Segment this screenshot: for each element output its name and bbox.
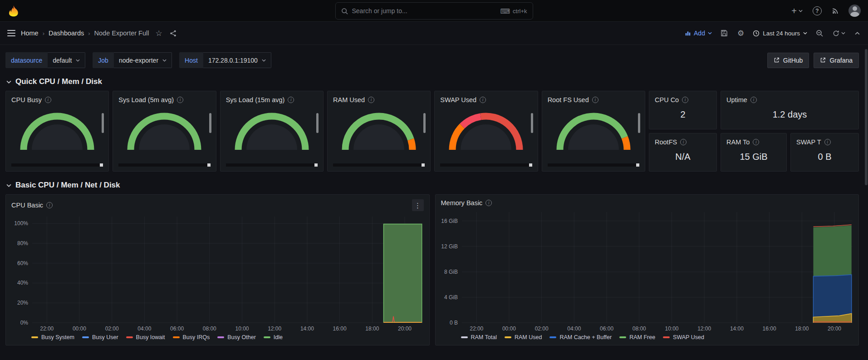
stat-value: N/A [655, 147, 711, 167]
svg-text:10:00: 10:00 [235, 325, 249, 332]
panel-title[interactable]: RootFS [655, 138, 677, 146]
template-variables: datasourcedefaultJobnode-exporterHost172… [5, 52, 271, 68]
info-icon[interactable]: i [682, 97, 688, 103]
panel-title[interactable]: RAM To [726, 138, 750, 146]
legend-item-ram-cache-buffer[interactable]: RAM Cache + Buffer [549, 334, 612, 340]
legend-label: RAM Cache + Buffer [559, 334, 612, 340]
gauge-scrollbar-thumb[interactable] [422, 163, 425, 167]
row-basic-cpu-mem-net-disk[interactable]: Basic CPU / Mem / Net / Disk [6, 181, 858, 190]
user-avatar[interactable] [848, 5, 861, 17]
panel-title[interactable]: Memory Basic [441, 199, 483, 207]
news-button[interactable] [831, 6, 840, 15]
top-nav: Search or jump to... ⌨ ctrl+k + ? [0, 0, 868, 22]
panel-title[interactable]: CPU Busy [11, 96, 42, 104]
dashboard-link-grafana[interactable]: Grafana [814, 53, 859, 68]
info-icon[interactable]: i [368, 97, 374, 103]
gauge-scrollbar-thumb[interactable] [314, 163, 318, 167]
info-icon[interactable]: i [824, 139, 831, 145]
gauge-scrollbar[interactable] [118, 163, 210, 167]
legend-item-busy-system[interactable]: Busy System [31, 334, 74, 340]
gauge-scrollbar[interactable] [11, 163, 103, 167]
memory-basic-chart[interactable]: 0 B4 GiB8 GiB12 GiB16 GiB22:0000:0002:00… [436, 207, 859, 333]
gauge-scrollbar-thumb[interactable] [207, 163, 211, 167]
dashboard-settings-button[interactable]: ⚙ [736, 28, 745, 39]
legend-item-ram-free[interactable]: RAM Free [619, 334, 655, 340]
legend-item-busy-user[interactable]: Busy User [82, 334, 118, 340]
panel-header: Sys Load (5m avg)i [118, 95, 210, 104]
help-button[interactable]: ? [812, 5, 823, 16]
legend-item-ram-total[interactable]: RAM Total [461, 334, 497, 340]
panel-menu-button[interactable]: ⋮ [412, 199, 424, 211]
zoom-out-time-button[interactable] [815, 29, 824, 38]
gauge-panels: CPU BusyiSys Load (5m avg)iSys Load (15m… [5, 91, 645, 172]
basic-panels-row: CPU Basic i ⋮ 0%20%40%60%80%100%22:0000:… [5, 194, 859, 345]
panel-title[interactable]: RAM Used [333, 96, 365, 104]
panel-title[interactable]: Sys Load (15m avg) [226, 96, 285, 104]
panel-title[interactable]: CPU Basic [11, 202, 43, 209]
gauge-scrollbar[interactable] [226, 163, 318, 167]
gauge-scrollbar[interactable] [440, 163, 532, 167]
quick-panels-row: CPU BusyiSys Load (5m avg)iSys Load (15m… [5, 91, 859, 172]
svg-text:14:00: 14:00 [730, 325, 743, 332]
info-icon[interactable]: i [46, 202, 53, 208]
legend-item-busy-iowait[interactable]: Busy Iowait [126, 334, 165, 340]
save-dashboard-button[interactable] [720, 29, 729, 38]
page-scrollbar[interactable] [864, 45, 868, 360]
breadcrumb-home[interactable]: Home [21, 30, 39, 37]
gauge-scrollbar[interactable] [333, 163, 425, 167]
section-title: Basic CPU / Mem / Net / Disk [15, 181, 120, 190]
svg-text:16:00: 16:00 [762, 325, 776, 332]
dashboard-link-github[interactable]: GitHub [767, 53, 809, 68]
info-icon[interactable]: i [485, 200, 492, 206]
gauge-scrollbar-thumb[interactable] [529, 163, 532, 167]
panel-title[interactable]: Uptime [726, 96, 747, 104]
info-icon[interactable]: i [177, 97, 183, 103]
svg-text:12:00: 12:00 [268, 325, 281, 332]
info-icon[interactable]: i [680, 139, 687, 145]
svg-text:16 GiB: 16 GiB [441, 218, 458, 224]
info-icon[interactable]: i [592, 97, 598, 103]
new-menu-button[interactable]: + [790, 5, 804, 16]
share-dashboard-button[interactable] [169, 29, 177, 38]
breadcrumb-dashboards[interactable]: Dashboards [49, 30, 84, 37]
gauge-scrollbar-thumb[interactable] [636, 163, 639, 167]
gauge-scrollbar[interactable] [548, 163, 639, 167]
star-dashboard-button[interactable]: ☆ [154, 28, 163, 39]
info-icon[interactable]: i [288, 97, 294, 103]
legend-label: RAM Free [629, 334, 655, 340]
variable-value-dropdown[interactable]: default [48, 52, 85, 68]
search-box[interactable]: Search or jump to... ⌨ ctrl+k [335, 2, 533, 20]
legend-item-ram-used[interactable]: RAM Used [505, 334, 542, 340]
scrollbar-thumb[interactable] [865, 49, 868, 185]
gauge-scrollbar-thumb[interactable] [100, 163, 103, 167]
swap-used-gauge [444, 105, 528, 153]
collapse-toolbar-button[interactable] [854, 31, 861, 36]
variable-value-dropdown[interactable]: node-exporter [114, 52, 172, 68]
info-icon[interactable]: i [753, 139, 759, 145]
info-icon[interactable]: i [45, 97, 51, 103]
chevron-down-icon [803, 32, 807, 35]
grafana-logo[interactable] [7, 5, 20, 17]
mega-menu-toggle[interactable] [7, 29, 15, 37]
info-icon[interactable]: i [750, 97, 757, 103]
variable-value-dropdown[interactable]: 172.28.0.1:19100 [203, 52, 271, 68]
panel-title[interactable]: SWAP Used [440, 96, 476, 104]
panel-title[interactable]: SWAP T [796, 138, 821, 146]
add-panel-button[interactable]: Add [685, 30, 712, 37]
info-icon[interactable]: i [480, 97, 486, 103]
panel-title[interactable]: Root FS Used [548, 96, 589, 104]
legend-label: Busy IRQs [183, 334, 210, 340]
cpu-basic-chart[interactable]: 0%20%40%60%80%100%22:0000:0002:0004:0006… [6, 212, 429, 333]
legend-item-idle[interactable]: Idle [264, 334, 283, 340]
legend-item-swap-used[interactable]: SWAP Used [663, 334, 704, 340]
panel-cpu-basic: CPU Basic i ⋮ 0%20%40%60%80%100%22:0000:… [5, 194, 430, 345]
time-range-picker[interactable]: Last 24 hours [753, 30, 807, 37]
legend-item-busy-other[interactable]: Busy Other [217, 334, 256, 340]
panel-title[interactable]: CPU Co [655, 96, 679, 104]
row-quick-cpu-mem-disk[interactable]: Quick CPU / Mem / Disk [6, 77, 858, 86]
external-link-icon [820, 57, 826, 63]
refresh-button[interactable] [832, 29, 846, 38]
legend-label: Busy User [92, 334, 118, 340]
legend-item-busy-irqs[interactable]: Busy IRQs [173, 334, 210, 340]
panel-title[interactable]: Sys Load (5m avg) [118, 96, 174, 104]
